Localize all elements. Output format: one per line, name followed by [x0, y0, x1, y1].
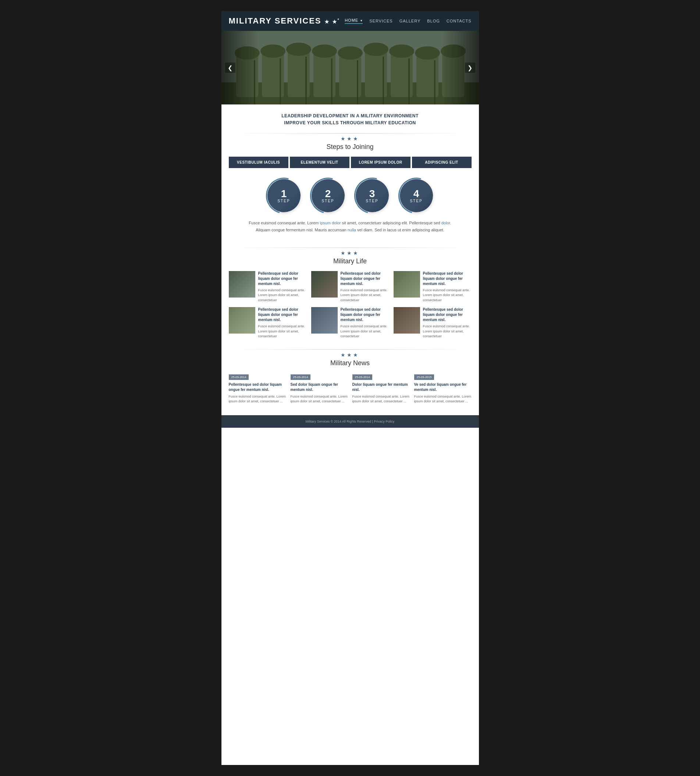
life-img-2	[311, 271, 338, 298]
life-title-3[interactable]: Pellentesque sed dolor liquam dolor ongu…	[423, 271, 472, 286]
footer-text: Military Services © 2014 All Rights Rese…	[229, 420, 472, 423]
life-divider-line	[229, 248, 472, 248]
steps-tabs: Vestibulum Iaculis Elementum velit Lorem…	[222, 157, 479, 168]
news-title-4[interactable]: Ve sed dolor liquam ongue fer mentum nis…	[414, 382, 472, 392]
life-card-2: Pellentesque sed dolor liquam dolor ongu…	[311, 271, 389, 303]
slider-next-button[interactable]: ❯	[465, 63, 475, 73]
news-title-3[interactable]: Dolor liquam ongue fer mentum nisl.	[352, 382, 410, 392]
life-title-2[interactable]: Pellentesque sed dolor liquam dolor ongu…	[341, 271, 389, 286]
svg-point-18	[415, 47, 440, 60]
life-title-4[interactable]: Pellentesque sed dolor liquam dolor ongu…	[258, 307, 307, 323]
nav-contacts[interactable]: CONTACTS	[447, 19, 472, 23]
news-card-4: 25-09-2015 Ve sed dolor liquam ongue fer…	[414, 373, 472, 404]
steps-divider-stars: ★★★	[341, 136, 359, 142]
life-text-6: Fusce euismod consequat ante. Lorem ipsu…	[423, 324, 472, 339]
life-title-1[interactable]: Pellentesque sed dolor liquam dolor ongu…	[258, 271, 307, 286]
news-section-title: Military News	[330, 359, 370, 367]
life-card-3: Pellentesque sed dolor liquam dolor ongu…	[393, 271, 472, 303]
life-text-3: Fusce euismod consequat ante. Lorem ipsu…	[423, 288, 472, 303]
steps-divider: ★★★ Steps to Joining	[222, 130, 479, 157]
nav-services[interactable]: SERVICES	[369, 19, 392, 23]
svg-point-16	[363, 43, 388, 56]
life-card-6: Pellentesque sed dolor liquam dolor ongu…	[393, 307, 472, 339]
step-tab-2[interactable]: Elementum velit	[290, 157, 350, 168]
life-divider-stars: ★★★	[341, 250, 359, 256]
step-4-number: 4	[413, 189, 419, 199]
site-logo: MILITARY SERVICES ★ ★*	[229, 16, 340, 26]
divider-line	[229, 133, 472, 133]
news-date-3: 25-09-2014	[352, 375, 373, 380]
news-text-4: Fusce euismod consequat ante. Lorem ipsu…	[414, 394, 472, 404]
life-card-1: Pellentesque sed dolor liquam dolor ongu…	[229, 271, 307, 303]
nav-blog[interactable]: BLOG	[427, 19, 440, 23]
life-title-5[interactable]: Pellentesque sed dolor liquam dolor ongu…	[341, 307, 389, 323]
news-date-2: 25-09-2014	[291, 375, 311, 380]
hero-image	[222, 31, 479, 105]
step-1-number: 1	[281, 189, 287, 199]
life-text-4: Fusce euismod consequat ante. Lorem ipsu…	[258, 324, 307, 339]
footer-copyright: Military Services © 2014 All Rights Rese…	[306, 420, 373, 423]
step-1-label: STEP	[277, 199, 290, 203]
nav-dropdown-icon: ▾	[360, 19, 363, 22]
life-title-6[interactable]: Pellentesque sed dolor liquam dolor ongu…	[423, 307, 472, 323]
steps-circles: 1 STEP 2 STEP 3 STEP 4 STEP	[222, 175, 479, 220]
news-title-1[interactable]: Pellentesque sed dolor liquam ongue fer …	[229, 382, 286, 392]
step-1-circle: 1 STEP	[267, 179, 300, 212]
steps-desc-link1[interactable]: ipsum dolor	[320, 221, 341, 225]
life-img-1	[229, 271, 255, 298]
life-content-5: Pellentesque sed dolor liquam dolor ongu…	[341, 307, 389, 339]
life-content-1: Pellentesque sed dolor liquam dolor ongu…	[258, 271, 307, 303]
life-divider: ★★★ Military Life	[222, 245, 479, 271]
steps-description: Fusce euismod consequat ante. Lorem ipsu…	[222, 220, 479, 244]
step-3-label: STEP	[366, 199, 378, 203]
logo-stars: ★ ★*	[325, 19, 340, 25]
step-tab-4[interactable]: Adipiscing elit	[412, 157, 472, 168]
news-text-3: Fusce euismod consequat ante. Lorem ipsu…	[352, 394, 410, 404]
step-2-number: 2	[325, 189, 331, 199]
step-tab-1[interactable]: Vestibulum Iaculis	[229, 157, 288, 168]
life-img-4	[229, 307, 255, 333]
news-divider-stars: ★★★	[341, 352, 359, 358]
step-4-label: STEP	[410, 199, 422, 203]
life-content-4: Pellentesque sed dolor liquam dolor ongu…	[258, 307, 307, 339]
life-card-4: Pellentesque sed dolor liquam dolor ongu…	[229, 307, 307, 339]
step-tab-3[interactable]: Lorem ipsum dolor	[351, 157, 410, 168]
site-footer: Military Services © 2014 All Rights Rese…	[222, 415, 479, 428]
life-grid: Pellentesque sed dolor liquam dolor ongu…	[222, 271, 479, 346]
news-divider-line	[229, 350, 472, 350]
step-2-label: STEP	[322, 199, 334, 203]
logo-text: MILITARY SERVICES	[229, 16, 322, 25]
news-date-1: 25-09-2014	[229, 375, 249, 380]
life-content-2: Pellentesque sed dolor liquam dolor ongu…	[341, 271, 389, 303]
step-2-wrapper: 2 STEP	[312, 179, 345, 212]
footer-privacy-link[interactable]: Privacy Policy	[374, 420, 394, 423]
news-grid: 25-09-2014 Pellentesque sed dolor liquam…	[222, 373, 479, 415]
life-card-5: Pellentesque sed dolor liquam dolor ongu…	[311, 307, 389, 339]
nav-home[interactable]: HOME ▾	[345, 18, 363, 24]
intro-line2: IMPROVE YOUR SKILLS THROUGH MILITARY EDU…	[236, 120, 464, 127]
news-text-1: Fusce euismod consequat ante. Lorem ipsu…	[229, 394, 286, 404]
news-card-2: 25-09-2014 Sed dolor liquam ongue fer me…	[291, 373, 348, 404]
step-3-circle: 3 STEP	[356, 179, 389, 212]
steps-desc-link2[interactable]: dolor	[442, 221, 450, 225]
news-text-2: Fusce euismod consequat ante. Lorem ipsu…	[291, 394, 348, 404]
steps-section-title: Steps to Joining	[326, 143, 373, 151]
nav-gallery[interactable]: GALLERY	[400, 19, 421, 23]
step-2-circle: 2 STEP	[312, 179, 345, 212]
intro-section: LEADERSHIP DEVELOPMENT IN A MILITARY ENV…	[222, 105, 479, 130]
step-4-wrapper: 4 STEP	[400, 179, 433, 212]
svg-point-15	[338, 47, 363, 60]
life-img-5	[311, 307, 338, 333]
page-wrapper: MILITARY SERVICES ★ ★* HOME ▾ SERVICES G…	[222, 11, 479, 765]
news-card-3: 25-09-2014 Dolor liquam ongue fer mentum…	[352, 373, 410, 404]
svg-point-12	[260, 45, 285, 58]
life-img-3	[393, 271, 420, 298]
step-3-wrapper: 3 STEP	[356, 179, 389, 212]
news-title-2[interactable]: Sed dolor liquam ongue fer mentum nisl.	[291, 382, 348, 392]
life-text-1: Fusce euismod consequat ante. Lorem ipsu…	[258, 288, 307, 303]
slider-prev-button[interactable]: ❮	[225, 63, 235, 73]
svg-point-13	[286, 43, 311, 56]
step-4-circle: 4 STEP	[400, 179, 433, 212]
life-text-5: Fusce euismod consequat ante. Lorem ipsu…	[341, 324, 389, 339]
steps-desc-link3[interactable]: nulla	[348, 228, 356, 232]
